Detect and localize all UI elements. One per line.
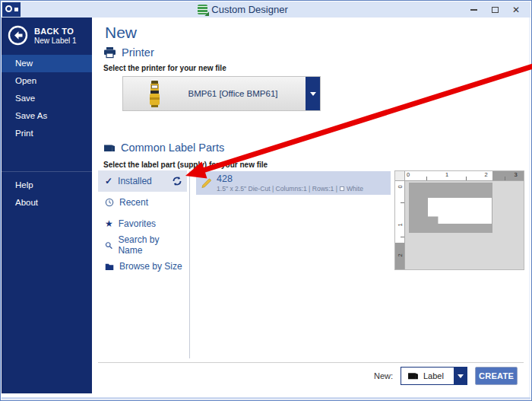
document-icon	[198, 5, 207, 14]
nav-item-search-by-name[interactable]: Search by Name	[98, 234, 187, 256]
close-button[interactable]: ✕	[508, 3, 524, 16]
minimize-button[interactable]	[465, 3, 482, 16]
h-ruler-label: 2	[485, 171, 488, 178]
chevron-down-icon	[458, 374, 464, 378]
custom-designer-window: Custom Designer ✕ BACK TO New Label 1 Ne…	[0, 0, 532, 401]
printer-dropdown-arrow-button[interactable]	[306, 77, 320, 110]
footer-bar: New: Label CREATE	[374, 367, 518, 385]
nav-item-label: Browse by Size	[119, 261, 182, 272]
selected-printer-name: BMP61 [Office BMP61]	[160, 89, 306, 98]
printer-icon	[103, 46, 116, 59]
page-title: New	[105, 24, 137, 42]
back-to-button[interactable]: BACK TO New Label 1	[2, 18, 92, 55]
printer-instruction: Select the printer for your new file	[103, 64, 226, 72]
die-cut-label-shape	[428, 198, 492, 224]
v-ruler-label: 0	[397, 183, 404, 191]
label-parts-nav: ✓ Installed Recent	[98, 170, 187, 277]
main-panel: New Printer Select the printer for your …	[92, 18, 528, 393]
title-bar: Custom Designer ✕	[2, 2, 530, 18]
v-ruler-label: 2	[397, 251, 404, 259]
v-ruler-label: 1	[397, 221, 404, 229]
sidebar-item-about[interactable]: About	[2, 194, 92, 212]
folder-icon	[105, 263, 114, 271]
tape-supply-area	[409, 183, 492, 233]
part-details: 1.5" x 2.5" Die-Cut | Columns:1 | Rows:1…	[217, 185, 337, 193]
document-type-dropdown[interactable]: Label	[401, 367, 467, 385]
maximize-button[interactable]	[486, 3, 503, 16]
nav-item-label: Installed	[118, 176, 152, 186]
vertical-ruler: 0 1 2	[395, 181, 405, 269]
printer-section-title: Printer	[122, 46, 154, 59]
clock-icon	[105, 198, 114, 207]
app-icon	[2, 2, 21, 17]
sidebar-item-open[interactable]: Open	[2, 72, 92, 90]
back-to-sublabel: New Label 1	[34, 37, 77, 45]
new-type-label: New:	[374, 371, 393, 380]
sidebar-item-save[interactable]: Save	[2, 90, 92, 107]
part-color-name: White	[347, 185, 363, 193]
label-parts-section-title: Common Label Parts	[121, 142, 224, 154]
file-menu-sidebar: BACK TO New Label 1 New Open Save Save A…	[2, 18, 92, 393]
h-ruler-label: 1	[445, 171, 448, 178]
label-preview: 0 1 2 3 0 1 2	[394, 170, 524, 270]
back-arrow-icon	[8, 25, 28, 46]
white-color-swatch	[340, 186, 344, 191]
pencil-icon	[201, 177, 212, 189]
chevron-down-icon	[310, 92, 316, 96]
nav-item-recent[interactable]: Recent	[98, 192, 187, 213]
ruler-corner	[395, 171, 405, 181]
check-icon: ✓	[105, 176, 112, 186]
minimize-icon	[470, 9, 477, 11]
printer-select-dropdown[interactable]: BMP61 [Office BMP61]	[122, 76, 321, 111]
nav-item-label: Recent	[119, 197, 148, 208]
refresh-icon[interactable]	[172, 176, 182, 186]
document-type-value: Label	[423, 371, 444, 380]
footer-divider	[98, 362, 524, 363]
nav-item-label: Search by Name	[118, 234, 182, 256]
close-icon: ✕	[512, 5, 520, 15]
nav-item-label: Favorites	[119, 218, 156, 229]
label-parts-instruction: Select the label part (supply) for your …	[103, 161, 268, 169]
bmp61-printer-image	[149, 81, 160, 107]
sidebar-divider	[2, 171, 92, 172]
window-title: Custom Designer	[211, 4, 287, 15]
horizontal-ruler: 0 1 2 3	[405, 171, 524, 181]
sidebar-item-save-as[interactable]: Save As	[2, 107, 92, 125]
star-icon: ★	[105, 218, 113, 229]
label-type-icon	[407, 371, 419, 380]
type-dropdown-arrow-button[interactable]	[454, 368, 467, 384]
h-ruler-label: 3	[515, 171, 518, 178]
sidebar-item-new[interactable]: New	[2, 55, 92, 72]
sidebar-item-help[interactable]: Help	[2, 177, 92, 194]
label-part-item-428[interactable]: 428 1.5" x 2.5" Die-Cut | Columns:1 | Ro…	[196, 171, 391, 195]
sidebar-item-print[interactable]: Print	[2, 125, 92, 142]
nav-item-installed[interactable]: ✓ Installed	[98, 170, 187, 192]
nav-divider	[189, 171, 190, 358]
preview-canvas	[405, 181, 524, 269]
label-parts-area: ✓ Installed Recent	[98, 170, 524, 362]
search-icon	[105, 241, 112, 250]
back-to-label: BACK TO	[34, 27, 77, 36]
part-name: 428	[217, 173, 363, 184]
nav-item-favorites[interactable]: ★ Favorites	[98, 213, 187, 234]
h-ruler-label: 0	[407, 171, 410, 178]
maximize-icon	[492, 7, 499, 13]
create-button[interactable]: CREATE	[475, 367, 518, 385]
nav-item-browse-by-size[interactable]: Browse by Size	[98, 256, 187, 277]
label-parts-icon	[103, 143, 116, 153]
